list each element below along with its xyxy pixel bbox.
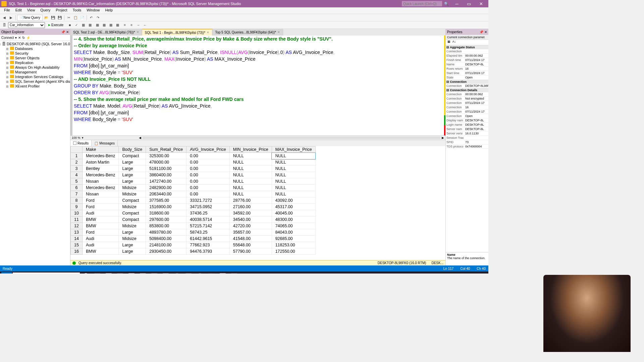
- prop-row[interactable]: Connection: [446, 49, 488, 54]
- app-folder[interactable]: [126, 272, 137, 274]
- undo-icon[interactable]: ↶: [88, 15, 94, 21]
- app-taskview[interactable]: [92, 272, 103, 274]
- tab-2[interactable]: Top 5 SQL Queries...8L98FK0\pitsi (64))*…: [212, 29, 283, 36]
- new-query-button[interactable]: 📄 New Query: [17, 15, 43, 21]
- database-select[interactable]: Car_information: [8, 22, 45, 28]
- table-row[interactable]: 7NissanMidsize2063440.000.00NULLNULL: [71, 191, 316, 197]
- prop-row[interactable]: ConnectionOpen: [446, 114, 488, 118]
- prop-row[interactable]: StateOpen: [446, 75, 488, 80]
- table-row[interactable]: 9FordMidsize1516900.0034715.095227160.00…: [71, 204, 316, 210]
- table-row[interactable]: 11BMWCompact297600.0040038.571434540.004…: [71, 217, 316, 223]
- prop-row[interactable]: SPID73: [446, 140, 488, 144]
- cut-icon[interactable]: ✂: [66, 15, 72, 21]
- comment-icon[interactable]: ≡: [122, 22, 128, 28]
- nav-fwd-icon[interactable]: ▶: [8, 15, 14, 21]
- parse-icon[interactable]: ✓: [73, 22, 79, 28]
- tree-integration[interactable]: Integration Services Catalogs: [1, 74, 69, 79]
- col-header[interactable]: Make: [82, 146, 119, 153]
- taskbar-search[interactable]: 🔍 Type here to search: [13, 273, 80, 274]
- prop-row[interactable]: Connection07/11/2024 17: [446, 101, 488, 105]
- app-store[interactable]: [138, 272, 148, 274]
- sort-icon[interactable]: A↓: [452, 40, 457, 45]
- tab-results[interactable]: Results: [70, 140, 92, 146]
- app-ssms[interactable]: [217, 272, 228, 274]
- prop-category[interactable]: ⊟ Connection: [446, 80, 488, 84]
- plan-icon[interactable]: ▦: [80, 22, 86, 28]
- outdent-icon[interactable]: ←: [142, 22, 148, 28]
- categorize-icon[interactable]: ▦: [446, 40, 451, 45]
- nav-back-icon[interactable]: ◀: [1, 15, 7, 21]
- tab-messages[interactable]: 📋Messages: [92, 140, 118, 146]
- tree-agent[interactable]: SQL Server Agent (Agent XPs disabled): [1, 79, 69, 84]
- col-header[interactable]: MAX_Invoice_Price: [272, 146, 315, 153]
- tree-server[interactable]: 🗄 DESKTOP-8L98FK0 (SQL Server 16.0.1130.…: [1, 42, 69, 46]
- minimize-button[interactable]: ─: [451, 1, 463, 6]
- prop-row[interactable]: ConnectionDESKTOP-8L98F: [446, 84, 488, 88]
- t1-icon[interactable]: ▦: [94, 22, 100, 28]
- t4-icon[interactable]: ▦: [114, 22, 120, 28]
- tree-xevent[interactable]: XEvent Profiler: [1, 84, 69, 88]
- redo-icon[interactable]: ↷: [95, 15, 101, 21]
- execute-button[interactable]: Execute: [46, 22, 66, 28]
- tree-databases[interactable]: Databases: [1, 46, 69, 51]
- col-header[interactable]: Body_Size: [119, 146, 146, 153]
- disconnect-icon[interactable]: ✕: [18, 36, 21, 40]
- copy-icon[interactable]: 📋: [72, 15, 78, 21]
- open-icon[interactable]: 📂: [43, 15, 49, 21]
- stop-icon[interactable]: ■: [67, 22, 73, 28]
- prop-row[interactable]: Rows return16: [446, 67, 488, 71]
- t2-icon[interactable]: ▦: [101, 22, 107, 28]
- pin-icon[interactable]: 📌 ✕: [479, 30, 487, 34]
- app-green[interactable]: [183, 272, 194, 274]
- paste-icon[interactable]: 📄: [79, 15, 85, 21]
- app-cortana[interactable]: [80, 272, 91, 274]
- table-row[interactable]: 15AudiLarge2148100.0077662.92355648.0011…: [71, 242, 316, 248]
- app-excel[interactable]: [229, 272, 239, 274]
- tab-0[interactable]: SQL Test 2.sql - DE...8L98FK0\pitsi (76)…: [70, 29, 142, 36]
- prop-category[interactable]: ⊟ Aggregate Status: [446, 45, 488, 49]
- tree-security[interactable]: Security: [1, 51, 69, 56]
- menu-file[interactable]: File: [1, 7, 13, 14]
- prop-row[interactable]: NameDESKTOP-8L: [446, 62, 488, 67]
- uncomment-icon[interactable]: ≡: [128, 22, 135, 28]
- prop-row[interactable]: Session Trac: [446, 136, 488, 140]
- prop-row[interactable]: Finish time07/11/2024 17: [446, 58, 488, 62]
- table-row[interactable]: 14AudiMidsize5098400.0061442.961541548.0…: [71, 236, 316, 242]
- connect-button[interactable]: Connect: [1, 36, 14, 40]
- prop-row[interactable]: Connection16: [446, 105, 488, 110]
- col-header[interactable]: MIN_Invoice_Price: [229, 146, 272, 153]
- sql-editor[interactable]: -- 4. Show the total Retail_Price, avera…: [70, 36, 445, 135]
- menu-query[interactable]: Query: [38, 7, 53, 14]
- app-media[interactable]: [149, 272, 160, 274]
- prop-row[interactable]: TDS protoco0x74000004: [446, 144, 488, 149]
- col-header[interactable]: AVG_Invoice_Price: [186, 146, 229, 153]
- results-grid[interactable]: MakeBody_SizeSum_Retail_PriceAVG_Invoice…: [70, 146, 445, 260]
- prop-row[interactable]: Connection07/11/2024 17: [446, 110, 488, 114]
- db-icon[interactable]: 🗄: [1, 22, 7, 28]
- prop-row[interactable]: ConnectionNot encrypted: [446, 97, 488, 101]
- menu-tools[interactable]: Tools: [70, 7, 84, 14]
- table-row[interactable]: 5NissanLarge1472740.000.00NULLNULL: [71, 178, 316, 185]
- menu-view[interactable]: View: [24, 7, 38, 14]
- tree-management[interactable]: Management: [1, 70, 69, 74]
- col-header[interactable]: Sum_Retail_Price: [146, 146, 186, 153]
- props-grid[interactable]: ⊟ Aggregate StatusConnectionElapsed tim0…: [446, 45, 488, 252]
- table-row[interactable]: 16BMWLarge2930450.0094476.379357790.0017…: [71, 248, 316, 255]
- refresh-icon[interactable]: ↻: [22, 36, 25, 40]
- tree-alwayson[interactable]: Always On High Availability: [1, 65, 69, 70]
- t3-icon[interactable]: ▦: [108, 22, 114, 28]
- app-mail[interactable]: [115, 272, 125, 274]
- tree-replication[interactable]: Replication: [1, 60, 69, 65]
- search-icon[interactable]: 🔍: [444, 2, 449, 6]
- tree-serverobjects[interactable]: Server Objects: [1, 56, 69, 60]
- save-all-icon[interactable]: 💾: [57, 15, 63, 21]
- zoom-level[interactable]: 100 %: [72, 136, 80, 139]
- indent-icon[interactable]: →: [135, 22, 141, 28]
- save-icon[interactable]: 💾: [50, 15, 56, 21]
- app-brave[interactable]: [160, 272, 171, 274]
- pin-icon[interactable]: 📌 ✕: [61, 30, 69, 34]
- maximize-button[interactable]: ▭: [463, 1, 475, 6]
- quick-launch-input[interactable]: [402, 1, 442, 6]
- app-chrome2[interactable]: [195, 272, 205, 274]
- table-row[interactable]: 1Mercedes-BenzCompact325300.000.00NULLNU…: [71, 153, 316, 159]
